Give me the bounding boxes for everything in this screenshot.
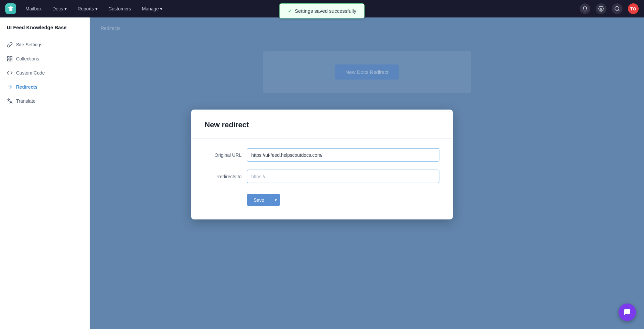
sidebar-item-redirects[interactable]: Redirects [0, 80, 90, 94]
sidebar-header: UI Feed Knowledge Base [0, 17, 90, 35]
modal-form: Original URL Redirects to Save ▾ [205, 148, 439, 206]
translate-icon [7, 98, 13, 104]
sidebar-item-site-settings[interactable]: Site Settings [0, 38, 90, 52]
redirects-to-label: Redirects to [205, 174, 241, 179]
save-dropdown-button[interactable]: ▾ [271, 194, 280, 206]
save-button[interactable]: Save [247, 194, 271, 206]
sidebar-item-translate[interactable]: Translate [0, 94, 90, 108]
sidebar: UI Feed Knowledge Base Site Settings Col… [0, 17, 90, 329]
svg-rect-5 [7, 59, 9, 61]
nav-icons: TO [580, 3, 639, 14]
sidebar-item-collections[interactable]: Collections [0, 52, 90, 66]
svg-rect-2 [7, 56, 9, 58]
svg-rect-4 [10, 59, 12, 61]
sidebar-item-label: Redirects [16, 84, 38, 90]
sidebar-item-custom-code[interactable]: Custom Code [0, 66, 90, 80]
sidebar-item-label: Site Settings [16, 42, 43, 47]
modal-actions: Save ▾ [247, 194, 439, 206]
toast-message: Settings saved successfully [295, 8, 356, 14]
link-icon [7, 42, 13, 48]
redirects-to-row: Redirects to [205, 170, 439, 183]
notifications-button[interactable] [580, 3, 590, 14]
original-url-label: Original URL [205, 152, 241, 158]
sidebar-item-label: Custom Code [16, 70, 45, 76]
redirect-icon [7, 84, 13, 90]
sidebar-title: UI Feed Knowledge Base [7, 24, 83, 31]
avatar[interactable]: TO [628, 3, 639, 14]
chat-widget-button[interactable] [619, 303, 636, 321]
nav-docs[interactable]: Docs ▾ [48, 4, 71, 13]
logo[interactable] [5, 3, 16, 14]
modal-title: New redirect [205, 121, 439, 129]
chevron-down-icon: ▾ [95, 6, 98, 11]
original-url-input[interactable] [247, 148, 439, 162]
chevron-down-icon: ▾ [64, 6, 67, 11]
svg-point-0 [600, 8, 602, 10]
chat-icon [623, 308, 631, 316]
modal-divider [191, 139, 453, 139]
new-redirect-modal: New redirect Original URL Redirects to S… [191, 110, 453, 220]
success-toast: ✓ Settings saved successfully [279, 3, 365, 18]
sidebar-nav: Site Settings Collections Custom Code Re… [0, 35, 90, 111]
original-url-row: Original URL [205, 148, 439, 162]
sidebar-item-label: Collections [16, 56, 39, 61]
nav-manage[interactable]: Manage ▾ [138, 4, 167, 13]
sidebar-item-label: Translate [16, 98, 36, 104]
chevron-down-icon: ▾ [275, 198, 277, 202]
check-icon: ✓ [288, 8, 292, 14]
settings-button[interactable] [596, 3, 606, 14]
search-button[interactable] [612, 3, 623, 14]
nav-customers[interactable]: Customers [104, 4, 135, 13]
chevron-down-icon: ▾ [160, 6, 162, 11]
nav-mailbox[interactable]: Mailbox [21, 4, 46, 13]
save-button-group: Save ▾ [247, 194, 280, 206]
grid-icon [7, 56, 13, 62]
code-icon [7, 70, 13, 76]
redirects-to-input[interactable] [247, 170, 439, 183]
svg-rect-3 [10, 56, 12, 58]
svg-point-1 [615, 6, 619, 10]
nav-reports[interactable]: Reports ▾ [73, 4, 102, 13]
